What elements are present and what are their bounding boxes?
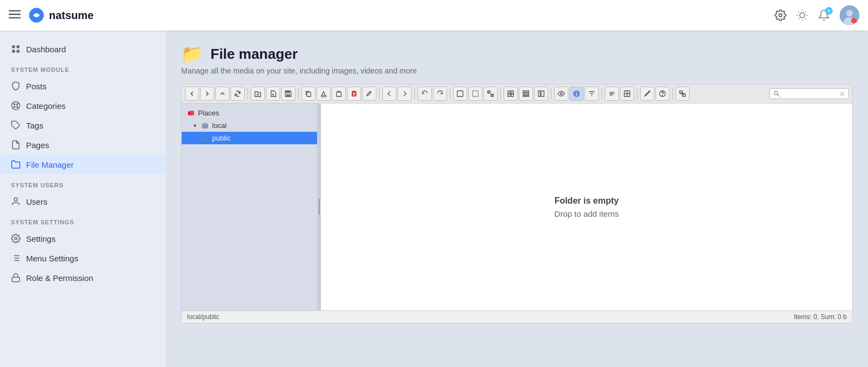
tree-item-local-label: local (212, 121, 227, 130)
svg-text:i: i (576, 91, 577, 97)
fm-btn-back[interactable] (185, 87, 199, 101)
fm-btn-info[interactable]: i (569, 87, 584, 101)
places-icon (187, 109, 195, 117)
svg-point-30 (15, 237, 17, 240)
dashboard-label: Dashboard (26, 45, 66, 54)
svg-point-29 (14, 198, 17, 201)
fm-btn-new-file[interactable] (266, 87, 280, 101)
toolbar-sep-1 (247, 88, 248, 100)
tree-toggle-local[interactable]: ▼ (193, 123, 198, 129)
fm-btn-columns-view[interactable] (534, 87, 548, 101)
sidebar-item-categories[interactable]: Categories (0, 96, 166, 115)
fm-btn-icons-view[interactable] (504, 87, 518, 101)
hamburger-menu[interactable] (9, 8, 21, 23)
svg-rect-50 (352, 92, 356, 96)
search-input[interactable] (783, 90, 837, 97)
sidebar-item-role-permission[interactable]: Role & Permission (0, 268, 166, 288)
tree-item-places[interactable]: Places (182, 107, 317, 119)
public-folder-icon (201, 134, 209, 142)
fm-btn-paste[interactable] (332, 87, 346, 101)
fm-btn-tools[interactable] (640, 87, 654, 101)
fm-btn-new-folder[interactable] (251, 87, 265, 101)
fm-btn-refresh[interactable] (231, 87, 245, 101)
settings-nav-icon (11, 234, 21, 243)
svg-point-15 (846, 10, 853, 16)
fm-btn-redo[interactable] (433, 87, 447, 101)
fm-btn-list-view[interactable] (519, 87, 533, 101)
fm-btn-rename[interactable] (362, 87, 376, 101)
settings-icon[interactable] (774, 9, 786, 21)
fm-btn-cut[interactable] (317, 87, 331, 101)
svg-rect-61 (523, 93, 529, 95)
svg-line-48 (324, 91, 325, 95)
fm-btn-forward[interactable] (200, 87, 214, 101)
sidebar-item-filemanager[interactable]: File Manager (0, 155, 166, 174)
fm-main: Folder is empty Drop to add items (321, 103, 852, 310)
fm-btn-filter[interactable] (585, 87, 599, 101)
pages-label: Pages (26, 140, 49, 150)
fm-empty-title: Folder is empty (554, 196, 618, 206)
fm-btn-preview[interactable] (554, 87, 568, 101)
toolbar-sep-5 (450, 88, 450, 100)
fm-btn-up[interactable] (215, 87, 230, 101)
fm-btn-save[interactable] (281, 87, 295, 101)
app-logo: natsume (28, 7, 94, 23)
toolbar-sep-10 (672, 88, 673, 100)
svg-rect-59 (511, 94, 513, 96)
svg-point-5 (799, 13, 804, 17)
svg-point-17 (851, 18, 857, 23)
fm-btn-delete[interactable] (347, 87, 361, 101)
page-title-icon: 📁 (181, 44, 203, 64)
fm-btn-copy[interactable] (301, 87, 315, 101)
tree-item-public[interactable]: public (182, 132, 317, 144)
toolbar-sep-3 (379, 88, 380, 100)
fm-btn-expand[interactable] (675, 87, 690, 101)
sidebar-item-users[interactable]: Users (0, 192, 166, 211)
svg-line-9 (805, 19, 806, 19)
fm-btn-undo[interactable] (418, 87, 432, 101)
svg-rect-42 (287, 95, 289, 97)
filemanager-icon (11, 160, 21, 169)
fm-btn-invert[interactable] (483, 87, 498, 101)
svg-line-27 (13, 107, 15, 108)
page-title: File manager (210, 46, 297, 63)
sidebar-item-pages[interactable]: Pages (0, 135, 166, 155)
notification-bell-icon[interactable]: 0 (818, 9, 830, 21)
fm-resize-handle[interactable] (318, 103, 321, 310)
svg-rect-37 (12, 277, 20, 282)
toolbar-sep-2 (298, 88, 299, 100)
sidebar-item-tags[interactable]: Tags (0, 115, 166, 135)
svg-rect-63 (538, 91, 541, 97)
sidebar-item-posts[interactable]: Posts (0, 76, 166, 96)
fm-btn-move-left[interactable] (382, 87, 396, 101)
navbar-actions: 0 (774, 5, 859, 25)
theme-icon[interactable] (796, 9, 808, 21)
main-layout: Dashboard SYSTEM MODULE Posts Categories (0, 30, 868, 367)
svg-rect-60 (523, 91, 529, 93)
search-clear-icon[interactable] (839, 91, 845, 97)
user-avatar[interactable] (840, 5, 859, 25)
fm-btn-grid-alt[interactable] (620, 87, 634, 101)
fm-btn-list-alt[interactable] (605, 87, 619, 101)
svg-rect-43 (287, 91, 290, 93)
sidebar-item-settings[interactable]: Settings (0, 229, 166, 248)
svg-rect-62 (523, 96, 529, 97)
categories-label: Categories (26, 101, 66, 111)
sidebar-item-dashboard[interactable]: Dashboard (0, 39, 166, 59)
svg-rect-21 (17, 50, 20, 53)
svg-line-25 (17, 107, 18, 108)
fm-btn-deselect[interactable] (468, 87, 482, 101)
svg-rect-58 (508, 94, 510, 96)
fm-btn-select-all[interactable] (453, 87, 467, 101)
fm-search-box[interactable] (770, 88, 849, 99)
tree-item-local[interactable]: ▼ local (182, 119, 317, 132)
svg-point-78 (774, 91, 778, 95)
sidebar-item-menu-settings[interactable]: Menu Settings (0, 248, 166, 268)
fm-btn-move-right[interactable] (398, 87, 412, 101)
fm-btn-help[interactable] (655, 87, 669, 101)
role-permission-label: Role & Permission (26, 273, 93, 283)
pages-icon (11, 140, 21, 150)
tree-item-public-label: public (212, 134, 231, 142)
fm-tree: Places ▼ local (182, 103, 318, 310)
svg-rect-55 (491, 94, 493, 96)
